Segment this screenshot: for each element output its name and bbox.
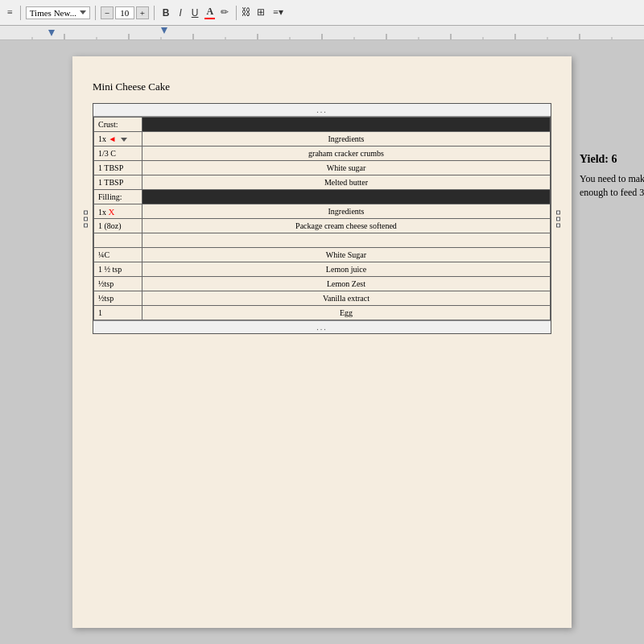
- font-size-increase[interactable]: +: [136, 6, 149, 19]
- ruler: [0, 26, 644, 40]
- table-left-resize-handle[interactable]: [84, 210, 88, 227]
- crust-label-row: Crust:: [94, 118, 551, 132]
- table-top-handle[interactable]: ...: [93, 104, 551, 117]
- filling-empty-ingredient: [142, 233, 551, 248]
- filling-label: Filling:: [98, 192, 122, 201]
- divider-3: [154, 6, 155, 20]
- crust-r2-amount: 1 TBSP: [94, 161, 142, 175]
- filling-r3-amount: 1 ½ tsp: [94, 262, 142, 277]
- crust-amount-header: 1x ◄: [94, 132, 142, 147]
- crust-amount-val: 1x: [98, 134, 106, 143]
- document-title: Mini Cheese Cake: [93, 80, 551, 93]
- left-handle-dot-3: [84, 223, 88, 227]
- font-size-decrease[interactable]: −: [101, 6, 114, 19]
- filling-r4-amount: ½tsp: [94, 277, 142, 291]
- table-right-resize-handle[interactable]: [556, 210, 560, 227]
- ruler-ticks: [0, 26, 644, 40]
- align-icon[interactable]: ≡▾: [270, 6, 286, 19]
- right-handle-dot-1: [556, 210, 560, 214]
- pencil-icon[interactable]: ✏: [218, 6, 231, 19]
- filling-amount-header: 1x X: [94, 204, 142, 219]
- recipe-table-container: ... Crust:: [93, 103, 551, 334]
- crust-r2-ingredient: White sugar: [142, 161, 551, 175]
- font-color-button[interactable]: A: [204, 6, 215, 19]
- font-size-value[interactable]: 10: [115, 6, 134, 19]
- crust-ingredient-label: Ingredients: [328, 134, 365, 143]
- paragraph-icon[interactable]: ≡: [5, 6, 15, 19]
- filling-r1-ingredient: Package cream cheese softened: [142, 219, 551, 233]
- crust-row-1: 1/3 C graham cracker crumbs: [94, 147, 551, 161]
- crust-r3-ingredient: Melted butter: [142, 175, 551, 190]
- filling-r5-amount: ½tsp: [94, 291, 142, 306]
- table-bottom-handle[interactable]: ...: [93, 320, 551, 333]
- filling-r6-ingredient: Egg: [142, 306, 551, 320]
- divider-1: [20, 6, 21, 20]
- bottom-dots-text: ...: [316, 323, 328, 332]
- filling-ingredient-header: Ingredients: [142, 204, 551, 219]
- bold-button[interactable]: B: [159, 6, 173, 19]
- font-size-control: − 10 +: [101, 6, 149, 19]
- filling-r2-amount: ¼C: [94, 248, 142, 262]
- filling-r3-ingredient: Lemon juice: [142, 262, 551, 277]
- filling-row-6: 1 Egg: [94, 306, 551, 320]
- image-icon[interactable]: ⊞: [254, 6, 267, 19]
- crust-r3-amount: 1 TBSP: [94, 175, 142, 190]
- crust-r1-amount: 1/3 C: [94, 147, 142, 161]
- link-icon[interactable]: ⛓: [242, 6, 251, 19]
- filling-row-1: 1 (8oz) Package cream cheese softened: [94, 219, 551, 233]
- filling-row-empty: [94, 233, 551, 248]
- font-name-selector[interactable]: Times New...: [26, 6, 90, 19]
- ruler-marks: [0, 26, 644, 39]
- annotation-panel: Yield: 6 You need to make this big enoug…: [580, 153, 644, 200]
- divider-4: [236, 6, 237, 20]
- filling-row-3: 1 ½ tsp Lemon juice: [94, 262, 551, 277]
- filling-r5-ingredient: Vanilla extract: [142, 291, 551, 306]
- filling-empty-amount: [94, 233, 142, 248]
- font-dropdown-arrow: [80, 10, 86, 14]
- filling-r2-ingredient: White Sugar: [142, 248, 551, 262]
- filling-row-4: ½tsp Lemon Zest: [94, 277, 551, 291]
- filling-r6-amount: 1: [94, 306, 142, 320]
- crust-row-2: 1 TBSP White sugar: [94, 161, 551, 175]
- left-handle-dot-2: [84, 217, 88, 221]
- toolbar: ≡ Times New... − 10 + B I U A ✏ ⛓ ⊞ ≡▾: [0, 0, 644, 26]
- filling-amount-val: 1x: [98, 208, 106, 217]
- filling-ingredient-label: Ingredients: [328, 207, 365, 216]
- filling-r1-amount: 1 (8oz): [94, 219, 142, 233]
- left-handle-dot-1: [84, 210, 88, 214]
- right-handle-dot-2: [556, 217, 560, 221]
- italic-button[interactable]: I: [175, 6, 184, 19]
- underline-button[interactable]: U: [188, 6, 202, 19]
- crust-dropdown[interactable]: [121, 138, 127, 142]
- filling-r4-ingredient: Lemon Zest: [142, 277, 551, 291]
- crust-ingredient-header: Ingredients: [142, 132, 551, 147]
- crust-red-marker: ◄: [109, 134, 117, 143]
- filling-row-2: ¼C White Sugar: [94, 248, 551, 262]
- divider-2: [95, 6, 96, 20]
- filling-row-5: ½tsp Vanilla extract: [94, 291, 551, 306]
- filling-label-row: Filling:: [94, 190, 551, 204]
- right-handle-dot-3: [556, 223, 560, 227]
- filling-red-x: X: [109, 207, 115, 217]
- recipe-table: Crust: 1x ◄ Ingredients: [93, 117, 551, 320]
- crust-row-3: 1 TBSP Melted butter: [94, 175, 551, 190]
- crust-label: Crust:: [98, 120, 118, 129]
- top-dots-text: ...: [316, 105, 328, 114]
- font-name-label: Times New...: [30, 8, 76, 18]
- filling-label-cell: Filling:: [94, 190, 142, 204]
- main-area: Mini Cheese Cake ...: [0, 40, 644, 644]
- filling-header-row: 1x X Ingredients: [94, 204, 551, 219]
- crust-label-cell: Crust:: [94, 118, 142, 132]
- filling-header-dark: [142, 190, 551, 204]
- document-page: Mini Cheese Cake ...: [72, 56, 572, 628]
- crust-r1-ingredient: graham cracker crumbs: [142, 147, 551, 161]
- crust-header-dark: [142, 118, 551, 132]
- yield-text: Yield: 6: [580, 153, 644, 166]
- note-text: You need to make this big enough to feed…: [580, 172, 644, 200]
- crust-header-row: 1x ◄ Ingredients: [94, 132, 551, 147]
